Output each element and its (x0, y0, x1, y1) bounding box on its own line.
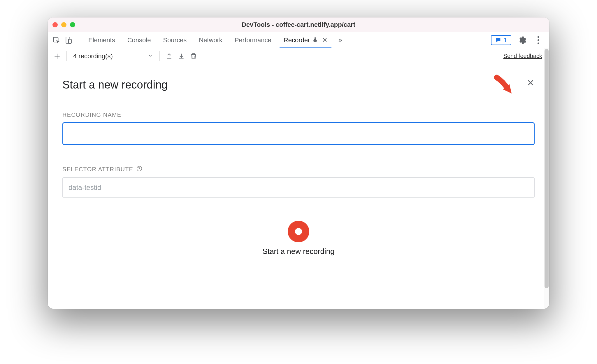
window-title: DevTools - coffee-cart.netlify.app/cart (48, 21, 549, 29)
separator (159, 51, 160, 61)
export-button[interactable] (164, 51, 174, 61)
issues-button[interactable]: 1 (491, 35, 511, 45)
more-menu-button[interactable] (533, 35, 544, 46)
tab-label: Recorder (284, 36, 310, 44)
titlebar: DevTools - coffee-cart.netlify.app/cart (48, 17, 549, 32)
more-tabs-icon[interactable]: » (334, 32, 346, 48)
tab-console[interactable]: Console (122, 32, 156, 48)
tab-network[interactable]: Network (194, 32, 228, 48)
experiment-icon (312, 36, 318, 44)
devtools-window: DevTools - coffee-cart.netlify.app/cart … (48, 17, 549, 309)
recording-name-label: RECORDING NAME (62, 112, 535, 118)
tab-label: Console (127, 36, 151, 44)
settings-button[interactable] (517, 35, 528, 46)
tab-recorder[interactable]: Recorder ✕ (278, 32, 333, 48)
device-toolbar-icon[interactable] (63, 35, 74, 46)
svg-rect-2 (69, 39, 71, 43)
chevron-down-icon (148, 52, 153, 60)
selector-attribute-label: SELECTOR ATTRIBUTE (62, 165, 535, 173)
upload-icon (165, 52, 173, 60)
kebab-icon (538, 36, 539, 44)
selector-attribute-label-text: SELECTOR ATTRIBUTE (62, 166, 133, 173)
recorder-panel: Start a new recording RECORDING NAME SEL… (48, 64, 549, 309)
tabs: Elements Console Sources Network Perform… (83, 32, 346, 48)
tab-label: Performance (235, 36, 271, 44)
close-panel-button[interactable] (526, 79, 535, 88)
tab-label: Elements (88, 36, 115, 44)
recordings-dropdown[interactable]: 4 recording(s) (71, 52, 155, 60)
recorder-toolbar: 4 recording(s) Send feedback (48, 48, 549, 64)
import-button[interactable] (176, 51, 187, 61)
send-feedback-link[interactable]: Send feedback (503, 53, 545, 59)
new-recording-button[interactable] (52, 51, 62, 61)
start-recording-button[interactable] (288, 221, 309, 242)
tab-performance[interactable]: Performance (229, 32, 277, 48)
tab-sources[interactable]: Sources (158, 32, 192, 48)
window-controls (52, 22, 75, 27)
close-icon (526, 79, 535, 87)
devtools-tabs-row: Elements Console Sources Network Perform… (48, 32, 549, 48)
tab-label: Network (199, 36, 222, 44)
start-recording-label: Start a new recording (262, 247, 334, 256)
delete-button[interactable] (188, 51, 199, 61)
plus-icon (53, 52, 61, 60)
separator (66, 51, 67, 61)
gear-icon (518, 36, 526, 44)
close-window-button[interactable] (52, 22, 58, 27)
download-icon (178, 52, 185, 60)
help-icon[interactable] (136, 165, 143, 173)
record-icon (295, 228, 302, 235)
chat-icon (495, 37, 501, 43)
record-area: Start a new recording (48, 212, 549, 309)
close-tab-icon[interactable]: ✕ (322, 36, 327, 44)
tab-elements[interactable]: Elements (83, 32, 120, 48)
selector-attribute-input[interactable] (62, 177, 535, 198)
trash-icon (190, 52, 197, 60)
separator (77, 36, 77, 45)
arrow-icon (489, 71, 519, 101)
issues-count: 1 (504, 36, 507, 44)
annotation-arrow (489, 71, 519, 102)
minimize-window-button[interactable] (61, 22, 66, 27)
maximize-window-button[interactable] (70, 22, 75, 27)
recording-name-input[interactable] (62, 122, 535, 145)
tab-label: Sources (163, 36, 187, 44)
panel-title: Start a new recording (62, 79, 168, 91)
dropdown-label: 4 recording(s) (73, 52, 113, 60)
inspect-icon[interactable] (51, 35, 62, 46)
